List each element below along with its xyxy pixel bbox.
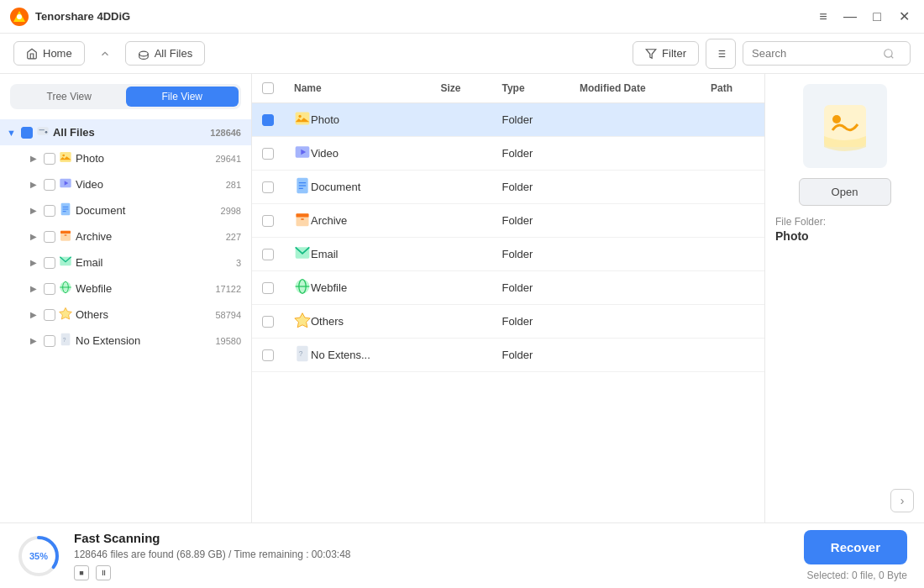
minimize-button[interactable]: — <box>840 7 860 27</box>
row-path-cell <box>701 238 764 271</box>
row-checkbox[interactable] <box>262 215 274 227</box>
table-row[interactable]: Others Folder <box>252 305 764 339</box>
file-name-container: ? No Extens... <box>294 345 420 365</box>
sidebar-item-webfile[interactable]: ▶ Webfile 17122 <box>0 276 251 302</box>
sidebar-label: Email <box>76 256 233 269</box>
scan-title: Fast Scanning <box>74 531 790 545</box>
sidebar-icon <box>59 281 72 297</box>
open-button[interactable]: Open <box>799 178 891 206</box>
sidebar-item-others[interactable]: ▶ Others 58794 <box>0 302 251 328</box>
row-checkbox[interactable] <box>262 249 274 260</box>
table-row[interactable]: Document Folder <box>252 171 764 204</box>
file-name: Video <box>311 147 339 160</box>
table-row[interactable]: Webfile Folder <box>252 271 764 305</box>
svg-rect-43 <box>297 213 309 217</box>
menu-button[interactable]: ≡ <box>813 7 833 27</box>
view-toggle: Tree View File View <box>10 84 241 109</box>
row-type-cell: Folder <box>491 204 569 238</box>
row-modified-cell <box>570 204 701 238</box>
up-button[interactable] <box>92 40 118 67</box>
sidebar-checkbox[interactable] <box>44 335 55 347</box>
search-box[interactable] <box>743 41 911 66</box>
table-row[interactable]: Photo Folder <box>252 103 764 137</box>
select-all-checkbox[interactable] <box>262 82 274 94</box>
scan-info: Fast Scanning 128646 files are found (68… <box>74 531 790 580</box>
sidebar-item-document[interactable]: ▶ Document 2998 <box>0 197 251 223</box>
sidebar-checkbox[interactable] <box>44 231 55 243</box>
preview-image-area <box>803 84 887 168</box>
file-icon <box>294 244 311 264</box>
svg-point-2 <box>17 14 22 19</box>
row-checkbox-cell <box>252 103 284 137</box>
row-checkbox[interactable] <box>262 181 274 193</box>
file-view-button[interactable]: File View <box>126 87 239 107</box>
filter-icon <box>645 48 657 60</box>
filter-button[interactable]: Filter <box>633 41 699 66</box>
svg-point-15 <box>45 131 48 134</box>
recover-button[interactable]: Recover <box>804 530 907 564</box>
row-modified-cell <box>570 238 701 271</box>
preview-chevron[interactable]: › <box>890 489 914 512</box>
pause-button[interactable]: ⏸ <box>96 565 111 580</box>
selected-info: Selected: 0 file, 0 Byte <box>807 570 907 581</box>
sidebar-item-photo[interactable]: ▶ Photo 29641 <box>0 145 251 171</box>
row-checkbox[interactable] <box>262 282 274 294</box>
file-icon: ? <box>294 345 311 365</box>
expand-arrow: ▶ <box>27 256 40 270</box>
svg-point-11 <box>885 49 892 56</box>
sidebar-item-archive[interactable]: ▶ Archive 227 <box>0 223 251 249</box>
title-bar-left: Tenorshare 4DDiG <box>10 8 130 26</box>
sidebar-checkbox[interactable] <box>44 309 55 321</box>
sidebar-label: Webfile <box>76 282 212 295</box>
row-type-cell: Folder <box>491 238 569 271</box>
search-input[interactable] <box>752 47 878 60</box>
sidebar-item-email[interactable]: ▶ Email 3 <box>0 249 251 276</box>
file-icon <box>294 312 311 331</box>
sidebar-checkbox[interactable] <box>21 127 33 139</box>
row-checkbox[interactable] <box>262 114 274 126</box>
file-name-container: Webfile <box>294 278 420 297</box>
sidebar-checkbox[interactable] <box>44 179 55 191</box>
sidebar-item-all-files[interactable]: ▼ All Files 128646 <box>0 119 251 145</box>
svg-marker-31 <box>60 307 72 319</box>
home-label: Home <box>43 47 72 60</box>
list-view-button[interactable] <box>706 39 736 69</box>
row-type-cell: Folder <box>491 137 569 171</box>
row-checkbox[interactable] <box>262 349 274 361</box>
table-row[interactable]: Archive Folder <box>252 204 764 238</box>
svg-line-12 <box>891 55 894 58</box>
stop-button[interactable]: ■ <box>74 565 89 580</box>
row-checkbox-cell <box>252 137 284 171</box>
home-button[interactable]: Home <box>13 41 85 66</box>
maximize-button[interactable]: □ <box>867 7 887 27</box>
col-checkbox <box>252 74 284 103</box>
sidebar-label: Photo <box>76 152 212 165</box>
main-content: Tree View File View ▼ All Files 128646 ▶… <box>0 74 924 522</box>
file-table-body: Photo Folder Video Folder Document <box>252 103 764 372</box>
sidebar-item-video[interactable]: ▶ Video 281 <box>0 171 251 197</box>
expand-arrow: ▶ <box>27 282 40 296</box>
close-button[interactable]: ✕ <box>894 7 914 27</box>
row-checkbox[interactable] <box>262 148 274 160</box>
sidebar-item-noext[interactable]: ▶ ? No Extension 19580 <box>0 328 251 354</box>
breadcrumb-label: All Files <box>155 47 193 60</box>
row-type-cell: Folder <box>491 339 569 372</box>
file-name: Email <box>311 248 339 260</box>
svg-rect-16 <box>60 152 71 162</box>
title-bar: Tenorshare 4DDiG ≡ — □ ✕ <box>0 0 924 34</box>
sidebar-count: 281 <box>226 180 241 190</box>
file-name-container: Video <box>294 144 420 163</box>
file-list-area: Name Size Type Modified Date Path Photo … <box>252 74 764 522</box>
sidebar-checkbox[interactable] <box>44 153 55 165</box>
table-row[interactable]: ? No Extens... Folder <box>252 339 764 372</box>
table-row[interactable]: Video Folder <box>252 137 764 171</box>
table-row[interactable]: Email Folder <box>252 238 764 271</box>
sidebar-checkbox[interactable] <box>44 205 55 217</box>
row-checkbox-cell <box>252 339 284 372</box>
sidebar-checkbox[interactable] <box>44 257 55 269</box>
sidebar-icon: ? <box>59 333 72 349</box>
sidebar-checkbox[interactable] <box>44 283 55 295</box>
tree-view-button[interactable]: Tree View <box>13 87 126 107</box>
row-checkbox[interactable] <box>262 316 274 328</box>
svg-text:?: ? <box>299 349 303 358</box>
